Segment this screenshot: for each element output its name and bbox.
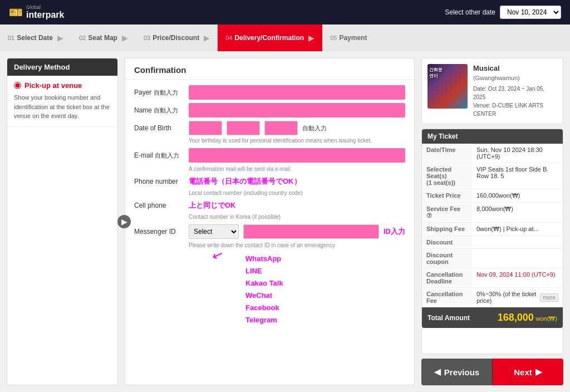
step-num-4: 04 bbox=[225, 35, 232, 41]
value-ticket-price: 160,000won(₩) bbox=[472, 189, 563, 203]
name-row: Name 自動入力 bbox=[134, 103, 405, 117]
event-venue: Venue: D-CUBE LINK ARTS CENTER bbox=[473, 101, 557, 118]
step-payment[interactable]: 05 Payment bbox=[322, 24, 375, 51]
poster-title-overlay: 간화문연이 bbox=[429, 67, 443, 79]
table-row: Cancellation Fee 0%~30% (of the ticket p… bbox=[422, 288, 563, 307]
conf-nav-arrow[interactable]: ▶ bbox=[117, 215, 131, 228]
step-seat-map[interactable]: 02 Seat Map ▶ bbox=[71, 24, 136, 51]
step-label-1: Select Date bbox=[17, 34, 53, 42]
delivery-panel-title: Delivery Method bbox=[7, 58, 117, 76]
id-annotation: ID入力 bbox=[384, 227, 405, 237]
dob-auto: 自動入力 bbox=[302, 124, 327, 133]
cancellation-fee-content: 0%~30% (of the ticket price) more bbox=[476, 291, 558, 304]
messenger-id-input[interactable] bbox=[243, 224, 379, 239]
payer-input[interactable] bbox=[189, 85, 405, 100]
messenger-options-list: WhatsAppLINEKakao TalkWeChatFacebookTele… bbox=[245, 253, 405, 327]
total-currency: won(₩) bbox=[535, 315, 557, 322]
main-content: Delivery Method Pick-up at venue Show yo… bbox=[0, 51, 570, 392]
label-seats: SelectedSeat(s)(1 seat(s)) bbox=[422, 163, 472, 189]
next-button[interactable]: Next ▶ bbox=[493, 359, 563, 385]
date-dropdown[interactable]: Nov 10, 2024 bbox=[500, 6, 561, 19]
email-auto: 自動入力 bbox=[155, 152, 179, 159]
more-link[interactable]: more bbox=[540, 293, 558, 302]
event-subtitle: (Gwanghwamun) bbox=[473, 75, 557, 81]
prev-arrow-icon: ◀ bbox=[434, 367, 441, 377]
email-input[interactable] bbox=[189, 148, 405, 163]
step-arrow-2: ▶ bbox=[122, 33, 128, 42]
table-row: Discount bbox=[422, 236, 563, 249]
phone-annotation: 電話番号（日本の電話番号でOK） bbox=[189, 177, 405, 187]
label-datetime: Date/Time bbox=[422, 144, 472, 163]
label-cancellation-fee: Cancellation Fee bbox=[422, 288, 472, 307]
steps-bar: 01 Select Date ▶ 02 Seat Map ▶ 03 Price/… bbox=[0, 24, 570, 51]
label-discount: Discount bbox=[422, 236, 472, 249]
name-auto: 自動入力 bbox=[154, 107, 178, 114]
table-row: Ticket Price 160,000won(₩) bbox=[422, 189, 563, 203]
ticket-poster-area: 간화문연이 Musical (Gwanghwamun) Date: Oct 23… bbox=[421, 58, 563, 124]
step-delivery-confirmation[interactable]: 04 Delivery/Confirmation ▶ bbox=[218, 24, 322, 51]
logo-global-text: Global bbox=[26, 4, 64, 10]
form-body: Payer 自動入力 Name 自動入力 Date of Birth 自動入力 … bbox=[125, 80, 414, 332]
messenger-row: Messenger ID Select WhatsApp LINE Kakao … bbox=[134, 224, 405, 239]
table-row: Discount coupon bbox=[422, 249, 563, 268]
step-label-5: Payment bbox=[339, 34, 367, 42]
event-title: Musical bbox=[473, 64, 557, 72]
label-discount-coupon: Discount coupon bbox=[422, 249, 472, 268]
event-info: Musical (Gwanghwamun) Date: Oct 23, 2024… bbox=[473, 64, 557, 118]
name-input[interactable] bbox=[189, 103, 405, 117]
step-arrow-4: ▶ bbox=[308, 33, 315, 42]
nav-buttons: ◀ Previous Next ▶ bbox=[421, 359, 563, 385]
step-label-2: Seat Map bbox=[88, 34, 117, 42]
ticket-panel: 간화문연이 Musical (Gwanghwamun) Date: Oct 23… bbox=[421, 58, 563, 385]
step-num-2: 02 bbox=[79, 35, 86, 41]
payer-auto: 自動入力 bbox=[154, 89, 178, 96]
label-cancellation-deadline: Cancellation Deadline bbox=[422, 268, 472, 288]
step-select-date[interactable]: 01 Select Date ▶ bbox=[0, 24, 71, 51]
email-hint: A confirmation mail will be sent via e-m… bbox=[189, 166, 405, 172]
header: 🎫 Global interpark Select other date Nov… bbox=[0, 0, 570, 24]
dob-input-3[interactable] bbox=[264, 121, 298, 135]
value-discount bbox=[472, 236, 563, 249]
delivery-desc: Show your booking number and identificat… bbox=[14, 93, 111, 121]
prev-label: Previous bbox=[444, 367, 479, 377]
phone-row: Phone number 電話番号（日本の電話番号でOK） bbox=[134, 177, 405, 187]
cell-label: Cell phone bbox=[134, 202, 184, 209]
dob-input-2[interactable] bbox=[227, 121, 260, 135]
table-row: Date/Time Sun. Nov 10 2024 18:30 (UTC+9) bbox=[422, 144, 563, 163]
previous-button[interactable]: ◀ Previous bbox=[421, 359, 492, 385]
cell-hint: Contact number in Korea (if possible) bbox=[189, 214, 405, 220]
pickup-label[interactable]: Pick-up at venue bbox=[14, 81, 111, 90]
logo-text: interpark bbox=[26, 10, 64, 19]
date-selector: Select other date Nov 10, 2024 bbox=[445, 6, 561, 19]
dob-input-1[interactable] bbox=[189, 121, 222, 135]
step-price-discount[interactable]: 03 Price/Discount ▶ bbox=[136, 24, 218, 51]
table-row: Service Fee ⑦ 8,000won(₩) bbox=[422, 203, 563, 223]
cell-annotation: 上と同じでOK bbox=[189, 200, 405, 210]
dob-hint: Your birthday is used for personal ident… bbox=[189, 138, 405, 144]
dob-row: Date of Birth 自動入力 bbox=[134, 121, 405, 135]
cancellation-fee-text: 0%~30% (of the ticket price) bbox=[476, 291, 538, 304]
step-arrow-3: ▶ bbox=[204, 33, 210, 42]
dob-label: Date of Birth bbox=[134, 124, 184, 132]
poster-image: 간화문연이 bbox=[428, 64, 468, 109]
ticket-table: Date/Time Sun. Nov 10 2024 18:30 (UTC+9)… bbox=[422, 144, 563, 307]
logo-icon: 🎫 bbox=[9, 6, 23, 19]
phone-label: Phone number bbox=[134, 178, 184, 185]
value-discount-coupon bbox=[472, 249, 563, 268]
email-row: E-mail 自動入力 bbox=[134, 148, 405, 163]
pickup-radio[interactable] bbox=[14, 82, 21, 89]
total-amount-area: 168,000 won(₩) bbox=[498, 312, 557, 324]
confirmation-title: Confirmation bbox=[125, 58, 414, 80]
label-service-fee: Service Fee ⑦ bbox=[422, 203, 472, 223]
messenger-select[interactable]: Select WhatsApp LINE Kakao Talk WeChat F… bbox=[189, 224, 239, 239]
payer-label: Payer 自動入力 bbox=[134, 89, 184, 97]
table-row: Shipping Fee 0won(₩) | Pick-up at... bbox=[422, 223, 563, 236]
step-label-3: Price/Discount bbox=[153, 34, 199, 42]
value-shipping-fee: 0won(₩) | Pick-up at... bbox=[472, 223, 563, 236]
step-num-3: 03 bbox=[144, 35, 150, 41]
pickup-text: Pick-up at venue bbox=[24, 81, 82, 90]
next-label: Next bbox=[514, 367, 532, 377]
messenger-hint: Please write down the contact ID in case… bbox=[189, 242, 405, 248]
confirmation-panel: ▶ Confirmation Payer 自動入力 Name 自動入力 Date… bbox=[125, 58, 415, 385]
step-label-4: Delivery/Confirmation bbox=[234, 34, 304, 42]
